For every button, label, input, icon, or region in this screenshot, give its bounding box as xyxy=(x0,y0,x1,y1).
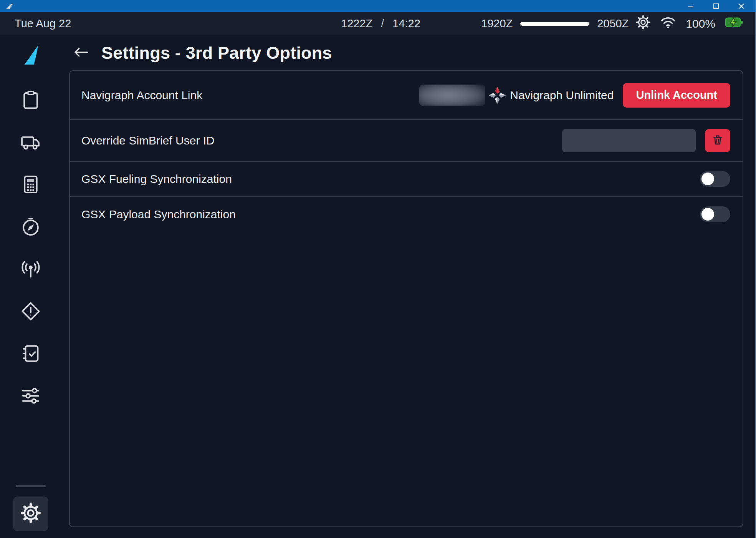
navigraph-logo-icon xyxy=(488,86,506,104)
gear-icon xyxy=(636,15,650,32)
sidebar-item-atc[interactable] xyxy=(20,259,41,281)
efb-statusbar: Tue Aug 22 1222Z / 14:22 1920Z 2050Z xyxy=(0,12,755,35)
sliders-icon xyxy=(20,385,41,408)
battery-percent: 100% xyxy=(686,17,715,30)
battery-charging-icon xyxy=(725,16,743,31)
close-button[interactable] xyxy=(733,0,750,12)
sidebar-item-presets[interactable] xyxy=(20,386,41,407)
truck-icon xyxy=(20,132,41,154)
sidebar-bottom xyxy=(13,485,48,531)
statusbar-indicators: 100% xyxy=(636,12,743,35)
sidebar-item-dispatch[interactable] xyxy=(20,90,41,111)
compass-icon xyxy=(20,216,41,239)
app-icon xyxy=(5,2,15,10)
checklist-icon xyxy=(20,343,41,365)
settings-card: Navigraph Account Link xyxy=(69,70,743,527)
sidebar-item-settings-active[interactable] xyxy=(13,496,48,531)
page-header: Settings - 3rd Party Options xyxy=(61,35,755,70)
sidebar-item-failures[interactable] xyxy=(20,301,41,323)
minimize-button[interactable] xyxy=(682,0,699,12)
setting-row-simbrief: Override SimBrief User ID xyxy=(70,120,743,162)
calculator-icon xyxy=(20,174,41,196)
utc-time: 1222Z xyxy=(341,17,372,30)
main-content: Settings - 3rd Party Options Navigraph A… xyxy=(61,35,755,538)
back-button[interactable] xyxy=(72,46,90,60)
efb-window: Tue Aug 22 1222Z / 14:22 1920Z 2050Z xyxy=(0,0,756,538)
trash-icon xyxy=(711,134,724,147)
setting-row-gsx-payload: GSX Payload Synchronization xyxy=(70,197,743,232)
brand-tailfin-logo xyxy=(18,41,43,71)
simbrief-user-id-input[interactable] xyxy=(562,129,696,152)
sidebar xyxy=(0,35,61,538)
flight-schedule: 1920Z 2050Z xyxy=(481,12,629,35)
gear-icon xyxy=(20,502,41,525)
sidebar-nav xyxy=(20,90,41,407)
gsx-fueling-toggle-off[interactable] xyxy=(700,171,730,187)
navigraph-subscription-label: Navigraph Unlimited xyxy=(510,89,614,102)
navigraph-account-name-blurred xyxy=(419,85,485,106)
sidebar-item-checklists[interactable] xyxy=(20,344,41,365)
navigraph-label: Navigraph Account Link xyxy=(81,89,202,102)
sidebar-divider xyxy=(16,485,46,487)
back-arrow-icon xyxy=(72,46,90,60)
arrival-time: 2050Z xyxy=(597,17,629,30)
sidebar-item-ground[interactable] xyxy=(20,132,41,154)
simbrief-controls xyxy=(562,129,730,152)
clipboard-icon xyxy=(20,90,41,112)
navigraph-controls: Navigraph Unlimited Unlink Account xyxy=(419,83,730,108)
page-title: Settings - 3rd Party Options xyxy=(101,43,332,63)
os-titlebar xyxy=(0,0,755,12)
flight-progress-bar xyxy=(520,22,589,26)
broadcast-icon xyxy=(20,259,41,281)
gsx-fueling-label: GSX Fueling Synchronization xyxy=(81,173,232,186)
statusbar-date: Tue Aug 22 xyxy=(15,12,71,35)
statusbar-clock: 1222Z / 14:22 xyxy=(341,12,420,35)
setting-row-navigraph: Navigraph Account Link xyxy=(70,71,743,120)
unlink-account-button[interactable]: Unlink Account xyxy=(623,83,730,108)
departure-time: 1920Z xyxy=(481,17,513,30)
warning-diamond-icon xyxy=(20,301,41,323)
setting-row-gsx-fueling: GSX Fueling Synchronization xyxy=(70,162,743,197)
time-separator: / xyxy=(381,17,384,30)
clear-simbrief-id-button[interactable] xyxy=(705,129,730,152)
window-controls xyxy=(682,0,755,12)
wifi-icon xyxy=(660,15,676,32)
local-time: 14:22 xyxy=(392,17,420,30)
sidebar-item-navigation[interactable] xyxy=(20,217,41,238)
gsx-payload-toggle-off[interactable] xyxy=(700,206,730,222)
gsx-payload-label: GSX Payload Synchronization xyxy=(81,208,236,221)
simbrief-label: Override SimBrief User ID xyxy=(81,134,215,147)
maximize-button[interactable] xyxy=(708,0,725,12)
sidebar-item-performance[interactable] xyxy=(20,174,41,196)
